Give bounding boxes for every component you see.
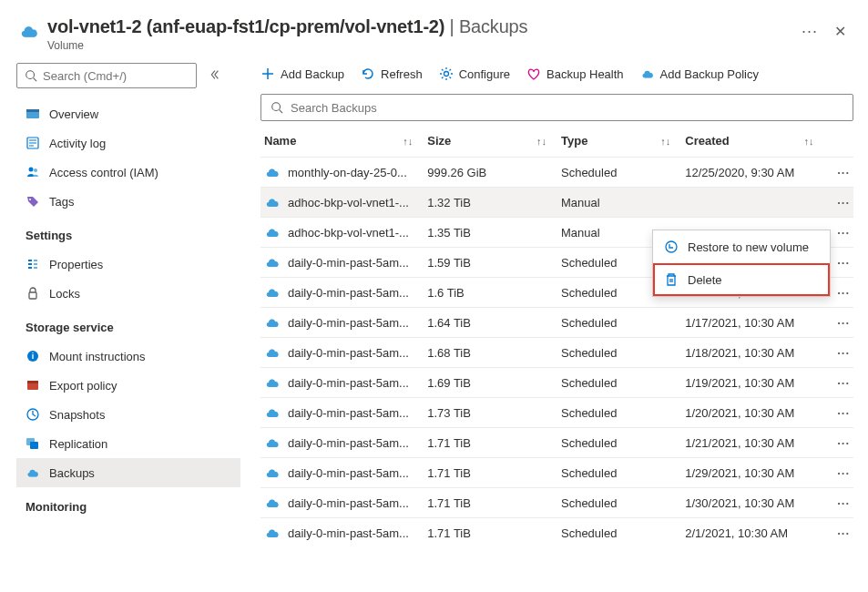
col-name[interactable]: Name↑↓: [260, 125, 424, 158]
row-actions-button[interactable]: ···: [825, 458, 853, 488]
sidebar-item-access-control-iam-[interactable]: Access control (IAM): [16, 158, 240, 187]
backup-icon: [264, 434, 281, 451]
sidebar-item-tags[interactable]: Tags: [16, 187, 240, 216]
backup-icon: [264, 224, 281, 240]
sidebar-item-snapshots[interactable]: Snapshots: [16, 400, 240, 429]
backup-icon: [264, 314, 281, 331]
svg-rect-12: [27, 381, 38, 383]
svg-rect-3: [26, 109, 39, 112]
table-row[interactable]: adhoc-bkp-vol-vnet1-...1.32 TiBManual···: [260, 188, 853, 218]
svg-point-17: [272, 103, 281, 111]
row-actions-button[interactable]: ···: [825, 368, 853, 398]
svg-point-0: [26, 71, 35, 79]
snapshots-icon: [26, 407, 40, 422]
backup-type: Scheduled: [557, 428, 681, 458]
sidebar-item-locks[interactable]: Locks: [16, 279, 240, 308]
collapse-sidebar-button[interactable]: [208, 68, 220, 84]
more-actions-button[interactable]: ···: [798, 22, 822, 41]
search-icon: [25, 69, 37, 82]
backup-icon: [264, 194, 281, 210]
row-actions-button[interactable]: ···: [825, 308, 853, 338]
delete-item[interactable]: Delete: [653, 263, 830, 296]
table-row[interactable]: daily-0-min-past-5am...1.71 TiBScheduled…: [260, 518, 853, 548]
backup-name: daily-0-min-past-5am...: [288, 466, 409, 480]
table-row[interactable]: daily-0-min-past-5am...1.73 TiBScheduled…: [260, 398, 853, 428]
section-storage: Storage service: [16, 308, 240, 342]
backup-icon: [264, 525, 281, 541]
row-actions-button[interactable]: ···: [825, 188, 853, 218]
backup-type: Scheduled: [557, 368, 681, 398]
backup-size: 1.71 TiB: [424, 458, 557, 488]
sidebar-item-replication[interactable]: Replication: [16, 429, 240, 458]
backup-icon: [264, 164, 281, 180]
backup-health-button[interactable]: Backup Health: [526, 66, 624, 81]
sidebar-item-label: Backups: [49, 466, 95, 480]
configure-button[interactable]: Configure: [439, 66, 510, 81]
toolbar: Add Backup Refresh Configure Backup Heal…: [260, 59, 853, 94]
table-row[interactable]: daily-0-min-past-5am...1.64 TiBScheduled…: [260, 308, 853, 338]
backup-name: daily-0-min-past-5am...: [288, 406, 409, 420]
plus-icon: [260, 66, 275, 81]
table-row[interactable]: monthly-on-day-25-0...999.26 GiBSchedule…: [260, 158, 853, 188]
sidebar-item-backups[interactable]: Backups: [16, 458, 240, 487]
backup-created: 1/19/2021, 10:30 AM: [681, 368, 824, 398]
sidebar-item-mount-instructions[interactable]: iMount instructions: [16, 342, 240, 371]
sidebar-item-label: Snapshots: [49, 408, 105, 422]
sidebar-item-export-policy[interactable]: Export policy: [16, 371, 240, 400]
restore-to-new-volume-item[interactable]: Restore to new volume: [653, 230, 830, 263]
row-actions-button[interactable]: ···: [825, 428, 853, 458]
row-actions-button[interactable]: ···: [825, 488, 853, 518]
col-size[interactable]: Size↑↓: [424, 125, 557, 158]
row-actions-button[interactable]: ···: [825, 398, 853, 428]
table-row[interactable]: daily-0-min-past-5am...1.69 TiBScheduled…: [260, 368, 853, 398]
sidebar-search[interactable]: [16, 63, 197, 88]
search-icon: [271, 101, 283, 114]
col-created[interactable]: Created↑↓: [681, 125, 824, 158]
close-button[interactable]: ✕: [831, 23, 850, 40]
heart-icon: [526, 66, 541, 81]
table-row[interactable]: daily-0-min-past-5am...1.71 TiBScheduled…: [260, 488, 853, 518]
row-actions-button[interactable]: ···: [825, 518, 853, 548]
table-row[interactable]: daily-0-min-past-5am...1.68 TiBScheduled…: [260, 338, 853, 368]
backup-created: 2/1/2021, 10:30 AM: [681, 518, 824, 548]
replication-icon: [26, 436, 40, 451]
backup-name: monthly-on-day-25-0...: [288, 166, 407, 179]
backup-size: 1.6 TiB: [424, 278, 557, 308]
svg-point-16: [444, 72, 448, 77]
table-row[interactable]: daily-0-min-past-5am...1.71 TiBScheduled…: [260, 428, 853, 458]
sidebar-item-label: Export policy: [49, 379, 117, 393]
sidebar-item-activity-log[interactable]: Activity log: [16, 128, 240, 158]
export-icon: [26, 378, 40, 393]
activity-icon: [26, 136, 40, 150]
refresh-button[interactable]: Refresh: [361, 66, 423, 81]
sidebar-item-label: Overview: [49, 107, 98, 121]
backup-created: 1/29/2021, 10:30 AM: [681, 458, 824, 488]
search-backups[interactable]: [260, 94, 853, 121]
sidebar-item-overview[interactable]: Overview: [16, 99, 240, 128]
search-backups-input[interactable]: [291, 101, 843, 115]
col-type[interactable]: Type↑↓: [557, 125, 681, 158]
svg-line-1: [34, 78, 37, 82]
backups-table: Name↑↓ Size↑↓ Type↑↓ Created↑↓ monthly-o…: [260, 125, 853, 547]
sidebar-item-properties[interactable]: Properties: [16, 250, 240, 279]
add-backup-policy-button[interactable]: Add Backup Policy: [640, 66, 759, 81]
tags-icon: [26, 194, 40, 209]
restore-icon: [664, 240, 679, 254]
table-row[interactable]: daily-0-min-past-5am...1.71 TiBScheduled…: [260, 458, 853, 488]
sidebar-item-label: Access control (IAM): [49, 166, 158, 179]
svg-point-5: [29, 168, 34, 172]
backup-type: Manual: [557, 188, 681, 218]
sidebar-search-input[interactable]: [43, 69, 196, 83]
sidebar-item-label: Activity log: [49, 137, 106, 150]
add-backup-button[interactable]: Add Backup: [260, 66, 344, 81]
row-actions-button[interactable]: ···: [825, 158, 853, 188]
sort-icon: ↑↓: [804, 136, 814, 147]
properties-icon: [26, 257, 40, 271]
backup-created: 1/21/2021, 10:30 AM: [681, 428, 824, 458]
row-actions-button[interactable]: ···: [825, 338, 853, 368]
sort-icon: ↑↓: [660, 136, 670, 147]
backup-size: 999.26 GiB: [424, 158, 557, 188]
cloud-policy-icon: [640, 66, 655, 81]
backup-size: 1.64 TiB: [424, 308, 557, 338]
sidebar-item-label: Locks: [49, 287, 80, 301]
